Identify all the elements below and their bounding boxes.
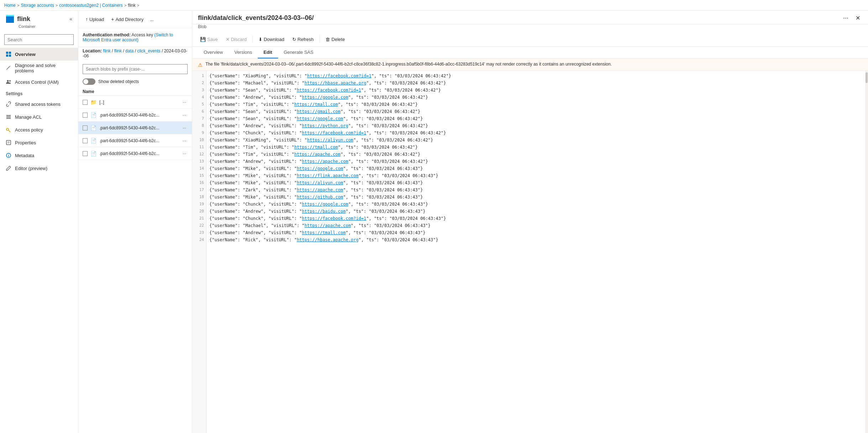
search-blob-input[interactable]: [83, 64, 188, 74]
refresh-button[interactable]: ↻ Refresh: [289, 33, 318, 45]
file-item-parent[interactable]: 📁 [..] ···: [78, 96, 192, 109]
sidebar-item-metadata[interactable]: Metadata: [0, 149, 78, 162]
right-close-button[interactable]: ✕: [853, 14, 862, 22]
file-checkbox-4[interactable]: [83, 151, 88, 156]
file-more-2[interactable]: ···: [181, 125, 188, 131]
discard-button[interactable]: ✕ Discard: [222, 33, 250, 45]
file-checkbox-3[interactable]: [83, 138, 88, 143]
link-icon: [6, 101, 11, 107]
warning-icon: ⚠: [198, 62, 203, 68]
save-button[interactable]: 💾 Save: [197, 33, 221, 45]
code-url-link[interactable]: https://github.com: [297, 195, 343, 200]
line-number-18: 18: [199, 194, 204, 201]
code-url-link[interactable]: https://flink.apache.com: [297, 173, 359, 178]
code-url-link[interactable]: https://facebook.com?id=1: [302, 216, 366, 221]
line-number-6: 6: [202, 108, 204, 115]
svg-rect-1: [9, 52, 11, 54]
right-more-button[interactable]: ···: [841, 14, 851, 22]
show-deleted-toggle[interactable]: [83, 78, 95, 85]
code-url-link[interactable]: https://aliyun.com: [307, 138, 354, 143]
file-icon-4: 📄: [90, 151, 96, 156]
delete-button[interactable]: 🗑 Delete: [322, 33, 349, 45]
sidebar-item-editor[interactable]: Editor (preview): [0, 162, 78, 175]
sidebar-collapse-btn[interactable]: «: [69, 16, 72, 22]
file-item-2[interactable]: 📄 .part-6dc8992f-5430-44f6-b2c... ···: [78, 122, 192, 134]
file-checkbox-1[interactable]: [83, 113, 88, 118]
line-number-17: 17: [199, 186, 204, 194]
svg-rect-3: [9, 55, 11, 57]
code-content[interactable]: {"userName": "XiaoMing", "visitURL": "ht…: [206, 71, 865, 433]
code-url-link[interactable]: https://apache.com: [304, 223, 351, 228]
svg-rect-2: [6, 55, 8, 57]
code-url-link[interactable]: https://facebook.com?id=1: [302, 130, 366, 135]
tab-versions[interactable]: Versions: [229, 47, 258, 58]
code-url-link[interactable]: https://apache.com: [302, 159, 348, 164]
code-url-link[interactable]: https://hbase.apache.org: [304, 81, 366, 86]
code-url-link[interactable]: https://google.com: [302, 202, 348, 207]
sidebar-item-metadata-label: Metadata: [15, 153, 34, 158]
more-label: ...: [150, 17, 154, 22]
file-more-1[interactable]: ···: [181, 112, 188, 118]
tab-generate-sas[interactable]: Generate SAS: [278, 47, 319, 58]
sidebar-item-overview[interactable]: Overview: [0, 48, 78, 61]
line-number-21: 21: [199, 215, 204, 222]
tab-edit[interactable]: Edit: [258, 47, 278, 58]
breadcrumb-home[interactable]: Home: [4, 3, 16, 8]
file-checkbox-2[interactable]: [83, 125, 88, 130]
sidebar-item-access-control[interactable]: Access Control (IAM): [0, 76, 78, 88]
line-number-7: 7: [202, 115, 204, 122]
file-more-parent[interactable]: ···: [181, 99, 188, 105]
code-line-13: {"userName": "Andrew", "visitURL": "http…: [209, 158, 862, 165]
code-url-link[interactable]: https://facebook.com?id=1: [307, 73, 372, 78]
code-url-link[interactable]: https://apache.com: [297, 187, 343, 192]
sidebar-item-manage-acl[interactable]: Manage ACL: [0, 110, 78, 123]
scrollbar[interactable]: [865, 71, 868, 433]
metadata-icon: [6, 153, 11, 158]
code-url-link[interactable]: https://aliyun.com: [297, 180, 343, 185]
file-item-4[interactable]: 📄 .part-6dc8992f-5430-44f6-b2c... ···: [78, 147, 192, 160]
code-url-link[interactable]: https://hbase.apache.org: [297, 237, 359, 242]
code-url-link[interactable]: https://python.org: [302, 123, 348, 128]
tab-overview[interactable]: Overview: [198, 47, 229, 58]
code-url-link[interactable]: https://google.com: [302, 95, 348, 100]
sidebar-item-properties[interactable]: Properties: [0, 136, 78, 149]
search-blob-container: [78, 61, 192, 77]
right-panel-title: flink/data/click_events/2024-03-03--06/: [198, 14, 841, 22]
code-url-link[interactable]: https://facebook.com?id=1: [297, 88, 361, 93]
code-url-link[interactable]: https://apache.com: [294, 152, 340, 157]
breadcrumb-storage-accounts[interactable]: Storage accounts: [21, 3, 54, 8]
sidebar-header: flink «: [0, 11, 78, 24]
svg-point-15: [8, 154, 9, 155]
upload-button[interactable]: ↑ Upload: [83, 14, 107, 25]
file-item-3[interactable]: 📄 .part-6dc8992f-5430-44f6-b2c... ···: [78, 134, 192, 147]
sidebar: flink « Container Overview Diagnose and …: [0, 11, 78, 433]
code-url-link[interactable]: https://gmail.com: [297, 109, 341, 114]
file-more-4[interactable]: ···: [181, 150, 188, 157]
code-line-15: {"userName": "Mike", "visitURL": "https:…: [209, 172, 862, 179]
code-url-link[interactable]: https://tmall.com: [294, 102, 338, 107]
code-url-link[interactable]: https://google.com: [297, 166, 343, 171]
code-url-link[interactable]: https://tmall.com: [302, 230, 346, 235]
code-line-16: {"userName": "Mike", "visitURL": "https:…: [209, 179, 862, 186]
file-more-3[interactable]: ···: [181, 138, 188, 144]
file-item-1[interactable]: 📄 .part-6dc8992f-5430-44f6-b2c... ···: [78, 109, 192, 122]
location-flink1[interactable]: flink: [103, 48, 110, 53]
location-click-events[interactable]: click_events: [137, 48, 160, 53]
middle-more-button[interactable]: ...: [148, 14, 156, 25]
code-url-link[interactable]: https://tmall.com: [294, 145, 338, 150]
code-url-link[interactable]: https://baidu.com: [302, 209, 346, 214]
code-url-link[interactable]: https://google.com: [297, 116, 343, 121]
download-button[interactable]: ⬇ Download: [255, 33, 288, 45]
code-line-1: {"userName": "XiaoMing", "visitURL": "ht…: [209, 72, 862, 79]
code-line-5: {"userName": "Tim", "visitURL": "https:/…: [209, 101, 862, 108]
location-data[interactable]: data: [125, 48, 134, 53]
breadcrumb-containers[interactable]: contosoeastus2gen2 | Containers: [59, 3, 123, 8]
breadcrumb-sep-4: >: [137, 3, 139, 7]
file-checkbox-parent[interactable]: [83, 100, 88, 105]
sidebar-item-diagnose[interactable]: Diagnose and solve problems: [0, 61, 78, 76]
location-flink2[interactable]: flink: [114, 48, 122, 53]
add-directory-button[interactable]: + Add Directory: [108, 14, 146, 25]
sidebar-item-access-policy[interactable]: Access policy: [0, 123, 78, 136]
sidebar-search-input[interactable]: [4, 34, 74, 45]
sidebar-item-shared-access-tokens[interactable]: Shared access tokens: [0, 98, 78, 110]
